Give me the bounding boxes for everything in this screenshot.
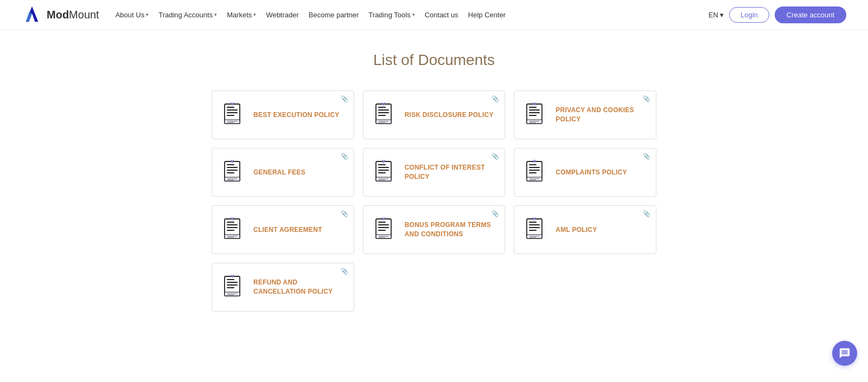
- svg-rect-74: [378, 230, 386, 231]
- nav-right: EN ▾ Login Create account: [709, 7, 846, 23]
- svg-rect-94: [227, 287, 234, 288]
- svg-rect-72: [378, 224, 389, 225]
- doc-label-general-fees: GENERAL FEES: [253, 168, 305, 177]
- document-icon: [221, 275, 246, 300]
- lang-chevron-icon: ▾: [720, 11, 724, 19]
- svg-rect-51: [529, 164, 537, 165]
- pin-icon: 📎: [492, 95, 499, 102]
- pin-icon: 📎: [341, 210, 348, 217]
- chat-button[interactable]: [832, 341, 857, 366]
- doc-card-complaints[interactable]: 📎 COMPLAINTS POLICY: [514, 148, 656, 197]
- main-content: List of Documents 📎 BEST EXECUTION POLIC…: [108, 30, 760, 344]
- svg-rect-44: [378, 172, 386, 173]
- svg-point-78: [382, 217, 385, 219]
- pin-icon: 📎: [643, 95, 650, 102]
- doc-card-aml-policy[interactable]: 📎 AML POLICY: [514, 205, 656, 254]
- svg-point-58: [533, 160, 535, 162]
- document-icon: [372, 160, 397, 185]
- login-button[interactable]: Login: [729, 7, 769, 23]
- logo-text: ModMount: [47, 9, 99, 21]
- svg-rect-43: [378, 170, 389, 171]
- document-icon: [221, 160, 246, 185]
- doc-card-privacy-cookies[interactable]: 📎 PRIVACY AND COOKIES POLICY: [514, 90, 656, 139]
- logo-icon: [22, 4, 42, 25]
- nav-links: About Us▾Trading Accounts▾Markets▾Webtra…: [116, 11, 709, 19]
- lang-selector[interactable]: EN ▾: [709, 11, 724, 19]
- svg-rect-63: [227, 227, 238, 228]
- document-icon: [523, 102, 548, 127]
- svg-rect-84: [529, 230, 537, 231]
- chevron-down-icon: ▾: [146, 12, 149, 17]
- page-title: List of Documents: [119, 51, 749, 69]
- doc-label-complaints: COMPLAINTS POLICY: [556, 168, 627, 177]
- nav-link-contact-us[interactable]: Contact us: [425, 11, 458, 19]
- create-account-button[interactable]: Create account: [775, 7, 846, 23]
- svg-rect-1: [227, 107, 234, 108]
- svg-rect-61: [227, 222, 234, 223]
- svg-rect-34: [227, 172, 234, 173]
- pin-icon: 📎: [341, 153, 348, 160]
- nav-link-trading-accounts[interactable]: Trading Accounts▾: [158, 11, 217, 19]
- pin-icon: 📎: [341, 268, 348, 275]
- svg-rect-11: [378, 107, 386, 108]
- svg-rect-82: [529, 224, 540, 225]
- svg-rect-21: [529, 107, 537, 108]
- svg-rect-42: [378, 167, 389, 168]
- svg-rect-24: [529, 115, 537, 116]
- doc-card-conflict-interest[interactable]: 📎 CONFLICT OF INTEREST POLICY: [363, 148, 506, 197]
- doc-card-refund-cancellation[interactable]: 📎 REFUND AND CANCELLATION POLICY: [212, 263, 354, 312]
- svg-point-68: [231, 217, 233, 219]
- nav-link-markets[interactable]: Markets▾: [227, 11, 256, 19]
- doc-label-best-execution: BEST EXECUTION POLICY: [253, 111, 339, 120]
- chevron-down-icon: ▾: [214, 12, 217, 17]
- svg-rect-12: [378, 109, 389, 111]
- svg-rect-92: [227, 282, 238, 283]
- document-icon: [372, 102, 397, 127]
- svg-rect-41: [378, 164, 386, 165]
- svg-rect-23: [529, 112, 540, 113]
- document-icon: [523, 160, 548, 185]
- doc-card-bonus-program[interactable]: 📎 BONUS PROGRAM TERMS AND CONDITIONS: [363, 205, 506, 254]
- svg-rect-33: [227, 170, 238, 171]
- document-icon: [221, 217, 246, 242]
- chat-icon: [839, 347, 851, 359]
- svg-point-8: [231, 102, 233, 105]
- nav-link-trading-tools[interactable]: Trading Tools▾: [368, 11, 414, 19]
- svg-rect-2: [227, 109, 238, 111]
- svg-rect-14: [378, 115, 386, 116]
- doc-card-general-fees[interactable]: 📎 GENERAL FEES: [212, 148, 354, 197]
- doc-card-client-agreement[interactable]: 📎 CLIENT AGREEMENT: [212, 205, 354, 254]
- doc-label-conflict-interest: CONFLICT OF INTEREST POLICY: [405, 163, 496, 182]
- svg-rect-22: [529, 109, 540, 111]
- pin-icon: 📎: [643, 210, 650, 217]
- nav-link-help-center[interactable]: Help Center: [468, 11, 506, 19]
- doc-label-aml-policy: AML POLICY: [556, 225, 597, 235]
- nav-link-become-partner[interactable]: Become partner: [309, 11, 359, 19]
- doc-label-client-agreement: CLIENT AGREEMENT: [253, 225, 322, 235]
- pin-icon: 📎: [341, 95, 348, 102]
- svg-rect-13: [378, 112, 389, 113]
- navbar: ModMount About Us▾Trading Accounts▾Marke…: [0, 0, 868, 30]
- svg-point-98: [231, 275, 233, 277]
- svg-rect-32: [227, 167, 238, 168]
- svg-rect-64: [227, 230, 234, 231]
- nav-link-about-us[interactable]: About Us▾: [116, 11, 149, 19]
- svg-point-88: [533, 217, 535, 219]
- svg-point-48: [382, 160, 385, 162]
- svg-rect-52: [529, 167, 540, 168]
- doc-card-risk-disclosure[interactable]: 📎 RISK DISCLOSURE POLICY: [363, 90, 506, 139]
- doc-card-best-execution[interactable]: 📎 BEST EXECUTION POLICY: [212, 90, 354, 139]
- nav-link-webtrader[interactable]: Webtrader: [266, 11, 298, 19]
- svg-rect-71: [378, 222, 386, 223]
- docs-grid: 📎 BEST EXECUTION POLICY📎 RISK DISCLOSURE…: [212, 90, 656, 312]
- document-icon: [523, 217, 548, 242]
- doc-label-risk-disclosure: RISK DISCLOSURE POLICY: [405, 111, 494, 120]
- svg-rect-81: [529, 222, 537, 223]
- svg-rect-83: [529, 227, 540, 228]
- pin-icon: 📎: [643, 153, 650, 160]
- svg-rect-4: [227, 115, 234, 116]
- chevron-down-icon: ▾: [253, 12, 256, 17]
- chevron-down-icon: ▾: [412, 12, 415, 17]
- logo[interactable]: ModMount: [22, 4, 99, 25]
- lang-label: EN: [709, 11, 718, 19]
